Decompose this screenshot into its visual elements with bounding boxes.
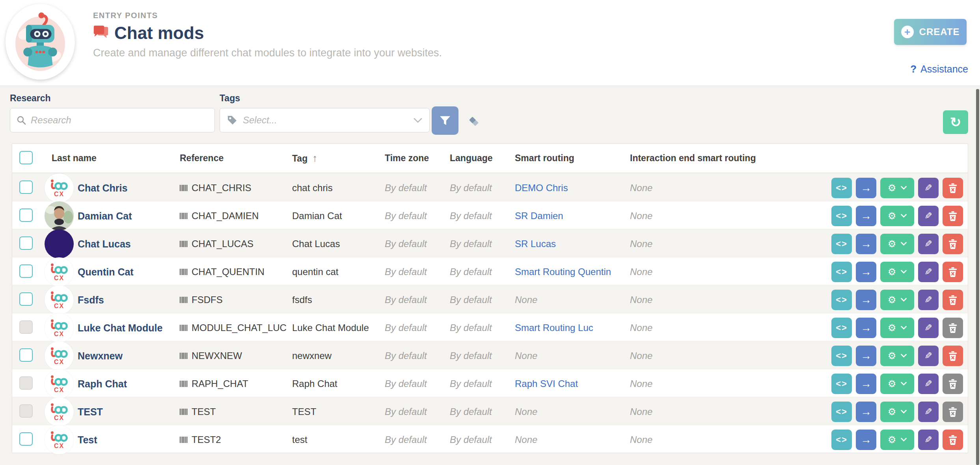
gear-icon: ⚙ xyxy=(888,266,896,277)
delete-button[interactable] xyxy=(943,374,963,394)
edit-button[interactable]: ✎ xyxy=(918,430,939,450)
code-button[interactable]: <> xyxy=(831,346,852,366)
delete-button[interactable] xyxy=(943,430,963,450)
time-zone-value: By default xyxy=(385,322,450,333)
open-button[interactable]: → xyxy=(856,402,876,422)
vertical-scrollbar-thumb[interactable] xyxy=(976,89,979,465)
edit-button[interactable]: ✎ xyxy=(918,290,939,310)
delete-button[interactable] xyxy=(943,262,963,282)
delete-button[interactable] xyxy=(943,290,963,310)
gear-icon: ⚙ xyxy=(888,406,896,417)
edit-button[interactable]: ✎ xyxy=(918,346,939,366)
column-header-reference[interactable]: Reference xyxy=(180,153,292,164)
code-button[interactable]: <> xyxy=(831,374,852,394)
edit-button[interactable]: ✎ xyxy=(918,262,939,282)
settings-dropdown-button[interactable]: ⚙ xyxy=(880,346,914,366)
row-checkbox[interactable] xyxy=(19,208,33,222)
smart-routing-value[interactable]: DEMO Chris xyxy=(515,182,568,193)
settings-dropdown-button[interactable]: ⚙ xyxy=(880,290,914,310)
column-header-time-zone[interactable]: Time zone xyxy=(385,153,450,164)
code-button[interactable]: <> xyxy=(831,318,852,338)
avatar: CX xyxy=(45,313,74,342)
open-button[interactable]: → xyxy=(856,234,876,254)
tags-select[interactable]: Select... xyxy=(220,108,430,132)
row-checkbox[interactable] xyxy=(19,404,33,418)
row-checkbox[interactable] xyxy=(19,320,33,334)
settings-dropdown-button[interactable]: ⚙ xyxy=(880,318,914,338)
delete-button[interactable] xyxy=(943,318,963,338)
delete-button[interactable] xyxy=(943,178,963,198)
edit-button[interactable]: ✎ xyxy=(918,318,939,338)
settings-dropdown-button[interactable]: ⚙ xyxy=(880,430,914,450)
chevron-down-icon xyxy=(901,382,907,386)
language-value: By default xyxy=(450,266,515,277)
create-button[interactable]: + CREATE xyxy=(894,19,967,45)
open-button[interactable]: → xyxy=(856,262,876,282)
code-button[interactable]: <> xyxy=(831,402,852,422)
apply-filter-button[interactable] xyxy=(432,106,458,135)
reference-value: CHAT_CHRIS xyxy=(192,182,252,193)
select-all-checkbox[interactable] xyxy=(19,151,33,164)
assistance-link[interactable]: ? Assistance xyxy=(910,63,968,75)
settings-dropdown-button[interactable]: ⚙ xyxy=(880,178,914,198)
open-button[interactable]: → xyxy=(856,318,876,338)
code-button[interactable]: <> xyxy=(831,290,852,310)
row-checkbox[interactable] xyxy=(19,236,33,250)
edit-button[interactable]: ✎ xyxy=(918,402,939,422)
delete-button[interactable] xyxy=(943,234,963,254)
open-button[interactable]: → xyxy=(856,346,876,366)
open-button[interactable]: → xyxy=(856,430,876,450)
column-header-last-name[interactable]: Last name xyxy=(45,153,180,164)
delete-button[interactable] xyxy=(943,346,963,366)
edit-button[interactable]: ✎ xyxy=(918,374,939,394)
tag-value: Raph Chat xyxy=(292,378,385,389)
row-checkbox[interactable] xyxy=(19,376,33,390)
settings-dropdown-button[interactable]: ⚙ xyxy=(880,374,914,394)
reference-value: CHAT_LUCAS xyxy=(192,238,253,249)
row-checkbox[interactable] xyxy=(19,432,33,446)
settings-dropdown-button[interactable]: ⚙ xyxy=(880,262,914,282)
module-name: Raph Chat xyxy=(78,378,127,390)
open-button[interactable]: → xyxy=(856,178,876,198)
code-button[interactable]: <> xyxy=(831,262,852,282)
row-checkbox[interactable] xyxy=(19,264,33,278)
refresh-button[interactable]: ↻ xyxy=(943,110,968,134)
smart-routing-value[interactable]: SR Damien xyxy=(515,210,563,221)
delete-button[interactable] xyxy=(943,402,963,422)
code-button[interactable]: <> xyxy=(831,430,852,450)
open-button[interactable]: → xyxy=(856,206,876,226)
row-checkbox[interactable] xyxy=(19,292,33,306)
smart-routing-value: None xyxy=(515,350,537,361)
settings-dropdown-button[interactable]: ⚙ xyxy=(880,206,914,226)
edit-button[interactable]: ✎ xyxy=(918,206,939,226)
column-header-smart-routing[interactable]: Smart routing xyxy=(515,153,630,164)
smart-routing-value[interactable]: SR Lucas xyxy=(515,238,556,249)
edit-button[interactable]: ✎ xyxy=(918,234,939,254)
reference-value: CHAT_QUENTIN xyxy=(192,266,265,277)
smart-routing-value[interactable]: Smart Routing Quentin xyxy=(515,266,611,277)
avatar: CX xyxy=(45,285,74,314)
code-button[interactable]: <> xyxy=(831,178,852,198)
edit-button[interactable]: ✎ xyxy=(918,178,939,198)
open-button[interactable]: → xyxy=(856,374,876,394)
smart-routing-value[interactable]: Smart Routing Luc xyxy=(515,322,593,333)
open-button[interactable]: → xyxy=(856,290,876,310)
settings-dropdown-button[interactable]: ⚙ xyxy=(880,234,914,254)
pencil-icon: ✎ xyxy=(924,434,932,445)
time-zone-value: By default xyxy=(385,210,450,221)
column-header-interaction-end[interactable]: Interaction end smart routing xyxy=(630,153,827,164)
row-checkbox[interactable] xyxy=(19,180,33,194)
column-header-language[interactable]: Language xyxy=(450,153,515,164)
column-header-tag[interactable]: Tag↑ xyxy=(292,152,385,164)
smart-routing-value[interactable]: Raph SVI Chat xyxy=(515,378,578,389)
clear-filters-button[interactable] xyxy=(466,113,482,129)
arrow-right-icon: → xyxy=(861,266,872,278)
row-checkbox[interactable] xyxy=(19,348,33,362)
settings-dropdown-button[interactable]: ⚙ xyxy=(880,402,914,422)
search-input[interactable] xyxy=(31,115,208,126)
code-button[interactable]: <> xyxy=(831,206,852,226)
delete-button[interactable] xyxy=(943,206,963,226)
code-button[interactable]: <> xyxy=(831,234,852,254)
cx-logo-image: CX xyxy=(50,291,68,309)
interaction-end-value: None xyxy=(630,434,827,445)
